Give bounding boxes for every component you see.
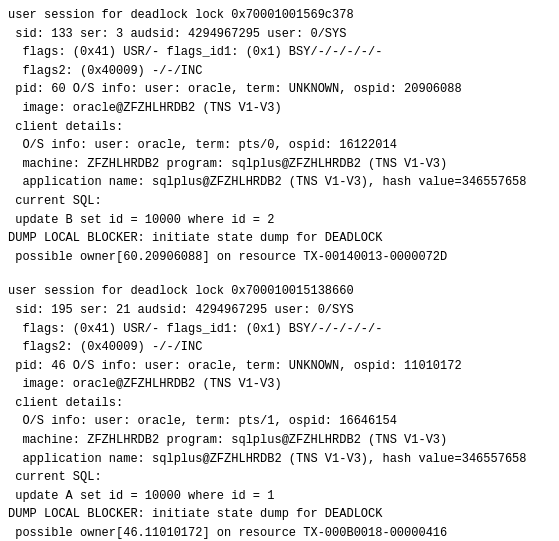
- log-line-2-8: O/S info: user: oracle, term: pts/1, osp…: [8, 412, 551, 431]
- log-line-1-1: user session for deadlock lock 0x7000100…: [8, 6, 551, 25]
- log-container: user session for deadlock lock 0x7000100…: [8, 6, 551, 541]
- log-line-2-14: possible owner[46.11010172] on resource …: [8, 524, 551, 541]
- log-line-1-7: client details:: [8, 118, 551, 137]
- log-line-1-11: current SQL:: [8, 192, 551, 211]
- log-line-2-7: client details:: [8, 394, 551, 413]
- log-line-1-12: update B set id = 10000 where id = 2: [8, 211, 551, 230]
- log-block-1: user session for deadlock lock 0x7000100…: [8, 6, 551, 266]
- log-line-2-3: flags: (0x41) USR/- flags_id1: (0x1) BSY…: [8, 320, 551, 339]
- log-line-2-1: user session for deadlock lock 0x7000100…: [8, 282, 551, 301]
- log-line-1-4: flags2: (0x40009) -/-/INC: [8, 62, 551, 81]
- log-line-1-8: O/S info: user: oracle, term: pts/0, osp…: [8, 136, 551, 155]
- log-line-1-6: image: oracle@ZFZHLHRDB2 (TNS V1-V3): [8, 99, 551, 118]
- log-line-1-14: possible owner[60.20906088] on resource …: [8, 248, 551, 267]
- log-line-2-9: machine: ZFZHLHRDB2 program: sqlplus@ZFZ…: [8, 431, 551, 450]
- log-line-2-4: flags2: (0x40009) -/-/INC: [8, 338, 551, 357]
- log-line-2-12: update A set id = 10000 where id = 1: [8, 487, 551, 506]
- log-line-2-2: sid: 195 ser: 21 audsid: 4294967295 user…: [8, 301, 551, 320]
- log-line-2-13: DUMP LOCAL BLOCKER: initiate state dump …: [8, 505, 551, 524]
- log-line-1-9: machine: ZFZHLHRDB2 program: sqlplus@ZFZ…: [8, 155, 551, 174]
- log-line-2-5: pid: 46 O/S info: user: oracle, term: UN…: [8, 357, 551, 376]
- log-block-2: user session for deadlock lock 0x7000100…: [8, 282, 551, 541]
- log-line-1-3: flags: (0x41) USR/- flags_id1: (0x1) BSY…: [8, 43, 551, 62]
- log-line-2-11: current SQL:: [8, 468, 551, 487]
- log-line-2-6: image: oracle@ZFZHLHRDB2 (TNS V1-V3): [8, 375, 551, 394]
- log-line-2-10: application name: sqlplus@ZFZHLHRDB2 (TN…: [8, 450, 551, 469]
- log-line-1-13: DUMP LOCAL BLOCKER: initiate state dump …: [8, 229, 551, 248]
- log-line-1-5: pid: 60 O/S info: user: oracle, term: UN…: [8, 80, 551, 99]
- log-line-1-10: application name: sqlplus@ZFZHLHRDB2 (TN…: [8, 173, 551, 192]
- log-line-1-2: sid: 133 ser: 3 audsid: 4294967295 user:…: [8, 25, 551, 44]
